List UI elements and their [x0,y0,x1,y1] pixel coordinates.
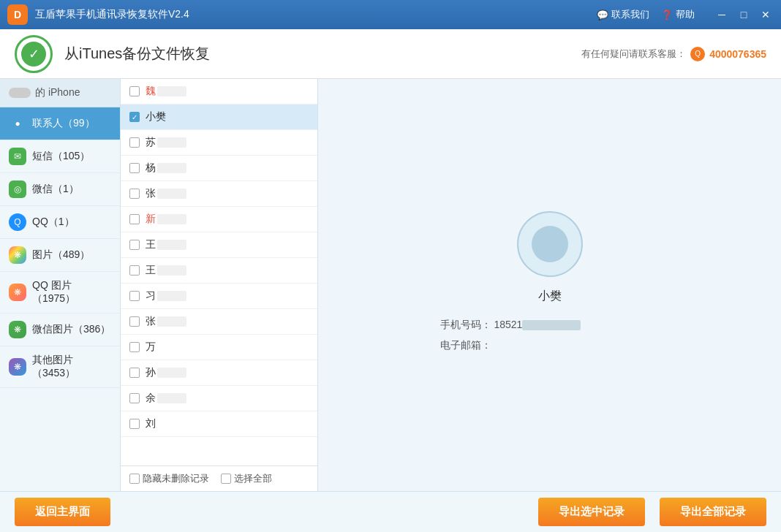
qq-icon: Q [690,47,705,61]
contact-name-blur: ████ [157,291,186,301]
contact-name: 刘 [146,417,156,430]
contact-item[interactable]: 张████ [121,309,317,335]
contact-checkbox[interactable] [129,291,140,301]
contact-name: 魏████ [146,85,186,98]
wxphotos-icon: ❋ [9,321,26,338]
qq-icon: Q [9,213,26,231]
detail-phone: 手机号码： 18521 [440,319,660,332]
contact-item[interactable]: 刘 [121,411,317,437]
contact-name: 杨████ [146,162,186,175]
contact-item[interactable]: 王████ [121,258,317,284]
app-logo: D [7,4,28,25]
contact-name-blur: ████ [157,189,186,199]
page-title: 从iTunes备份文件恢复 [64,44,581,64]
photos-icon: ❋ [9,246,26,264]
export-selected-button[interactable]: 导出选中记录 [538,498,645,526]
wechat-icon: ◎ [9,180,26,198]
contact-checkbox[interactable] [129,137,140,148]
contact-name-blur: ████ [157,265,186,276]
contact-checkbox[interactable] [129,86,140,96]
close-button[interactable]: ✕ [758,7,774,23]
contact-checkbox[interactable] [129,419,140,429]
support-number[interactable]: 4000076365 [709,48,766,60]
sidebar-item-photos[interactable]: ❋图片（489） [0,239,120,272]
contact-item[interactable]: 张████ [121,181,317,207]
contact-name: 王████ [146,238,186,251]
contact-name-blur: ████ [157,163,186,173]
contact-name: 王████ [146,264,186,277]
contact-list: 魏████✓小樊苏████杨████张████新████王████王████习█… [121,79,318,491]
contact-checkbox[interactable] [129,393,140,403]
sidebar-item-label: 图片（489） [32,248,90,262]
contact-item[interactable]: 新████ [121,207,317,232]
contact-list-body: 魏████✓小樊苏████杨████张████新████王████王████习█… [121,79,317,466]
qqphotos-icon: ❋ [9,284,26,301]
contact-name-blur: ████ [157,214,186,224]
contact-name: 张████ [146,315,186,328]
avatar [517,211,583,277]
window-controls: ─ □ ✕ [714,7,774,23]
title-bar-actions: 💬 联系我们 ❓ 帮助 ─ □ ✕ [597,7,774,23]
contact-checkbox[interactable] [129,265,140,276]
minimize-button[interactable]: ─ [714,7,730,23]
sidebar-item-sms[interactable]: ✉短信（105） [0,140,120,173]
contact-item[interactable]: 余████ [121,386,317,411]
export-all-button[interactable]: 导出全部记录 [660,498,766,526]
header: ✓ 从iTunes备份文件恢复 有任何疑问请联系客服： Q 4000076365 [0,29,781,79]
sidebar-item-contacts[interactable]: ●联系人（99） [0,107,120,140]
sidebar-item-qq[interactable]: QQQ（1） [0,206,120,239]
contact-item[interactable]: ✓小樊 [121,104,317,130]
contact-us-button[interactable]: 💬 联系我们 [597,8,649,21]
contact-name-blur: ████ [157,240,186,250]
contact-name-blur: ████ [157,86,186,96]
contact-item[interactable]: 习████ [121,284,317,309]
otherphotos-icon: ❋ [9,358,26,376]
sidebar-item-label: 短信（105） [32,150,90,163]
help-button[interactable]: ❓ 帮助 [661,8,695,21]
contact-item[interactable]: 杨████ [121,156,317,181]
contact-checkbox[interactable]: ✓ [129,112,140,122]
contact-name: 新████ [146,213,186,226]
sidebar: 的 iPhone ●联系人（99）✉短信（105）◎微信（1）QQQ（1）❋图片… [0,79,121,491]
contact-name-blur: ████ [157,137,186,148]
contact-name: 万 [146,341,156,354]
support-info: 有任何疑问请联系客服： Q 4000076365 [581,47,766,61]
sidebar-item-otherphotos[interactable]: ❋其他图片（3453） [0,346,120,388]
contact-item[interactable]: 苏████ [121,130,317,156]
contacts-icon: ● [9,115,26,132]
sidebar-item-qqphotos[interactable]: ❋QQ 图片（1975） [0,272,120,314]
contact-name-blur: ████ [157,393,186,403]
contact-checkbox[interactable] [129,189,140,199]
title-bar: D 互盾苹果手机通讯录恢复软件V2.4 💬 联系我们 ❓ 帮助 ─ □ ✕ [0,0,781,29]
contact-checkbox[interactable] [129,342,140,352]
contact-checkbox[interactable] [129,368,140,378]
contact-checkbox[interactable] [129,240,140,250]
sidebar-item-label: 联系人（99） [32,117,95,130]
contact-item[interactable]: 魏████ [121,79,317,104]
back-button[interactable]: 返回主界面 [15,498,110,526]
select-all-checkbox[interactable]: 选择全部 [221,472,272,485]
contact-name-blur: ████ [157,368,186,378]
contact-list-footer: 隐藏未删除记录 选择全部 [121,466,317,491]
sidebar-item-wxphotos[interactable]: ❋微信图片（386） [0,314,120,346]
contact-item[interactable]: 孙████ [121,360,317,386]
hide-deleted-checkbox[interactable]: 隐藏未删除记录 [129,472,209,485]
contact-name: 习████ [146,289,186,303]
maximize-button[interactable]: □ [736,7,752,23]
contact-name: 小樊 [146,110,166,123]
sidebar-item-label: 微信（1） [32,183,79,196]
contact-checkbox[interactable] [129,214,140,224]
sidebar-item-wechat[interactable]: ◎微信（1） [0,173,120,206]
contact-name: 苏████ [146,136,186,149]
detail-email: 电子邮箱： [440,339,660,352]
bottom-bar: 返回主界面 导出选中记录 导出全部记录 [0,491,781,532]
contact-name: 余████ [146,392,186,405]
contact-checkbox[interactable] [129,316,140,327]
detail-name: 小樊 [538,289,562,304]
contact-checkbox[interactable] [129,163,140,173]
sidebar-item-label: 微信图片（386） [32,323,110,336]
header-logo: ✓ [15,35,53,73]
contact-item[interactable]: 王████ [121,232,317,258]
sms-icon: ✉ [9,148,26,165]
contact-item[interactable]: 万 [121,335,317,360]
